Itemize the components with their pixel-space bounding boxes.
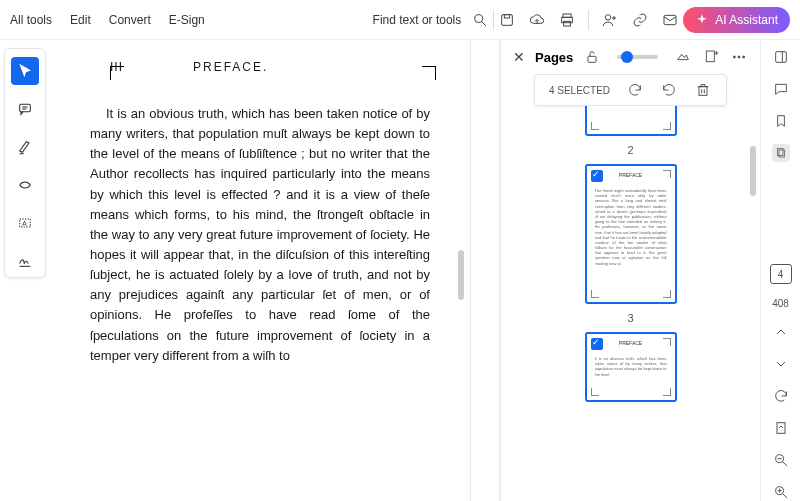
rotate-icon[interactable] bbox=[772, 387, 790, 405]
svg-rect-18 bbox=[588, 56, 596, 62]
thumbnail-zoom-slider[interactable] bbox=[617, 55, 658, 59]
svg-rect-6 bbox=[564, 21, 571, 26]
selection-toolbar: 4 SELECTED bbox=[534, 74, 727, 106]
svg-rect-31 bbox=[779, 150, 785, 157]
erase-tool[interactable] bbox=[11, 171, 39, 199]
topbar: All tools Edit Convert E-Sign Find text … bbox=[0, 0, 800, 40]
document-viewer[interactable]: III PREFACE. It is an obvious truth, whi… bbox=[50, 40, 470, 501]
right-rail: 4 408 bbox=[760, 40, 800, 501]
highlight-tool[interactable] bbox=[11, 133, 39, 161]
pages-panel: ✕ Pages 4 SELECTED be it reasoned to put… bbox=[500, 40, 760, 501]
page-total: 408 bbox=[772, 298, 789, 309]
chevron-up-icon[interactable] bbox=[772, 323, 790, 341]
pages-panel-header: ✕ Pages bbox=[501, 40, 760, 74]
svg-rect-28 bbox=[775, 52, 786, 63]
zoom-out-alt-icon[interactable] bbox=[674, 48, 692, 66]
svg-rect-30 bbox=[777, 149, 783, 156]
print-icon[interactable] bbox=[558, 11, 576, 29]
doc-body-text: It is an obvious truth, which has been t… bbox=[84, 104, 436, 366]
trash-icon[interactable] bbox=[694, 81, 712, 99]
more-icon[interactable] bbox=[730, 48, 748, 66]
svg-rect-25 bbox=[699, 87, 707, 96]
fit-page-icon[interactable] bbox=[772, 419, 790, 437]
comment-tool[interactable] bbox=[11, 95, 39, 123]
close-icon[interactable]: ✕ bbox=[513, 49, 525, 65]
thumbs-scrollbar[interactable] bbox=[750, 146, 756, 196]
gutter bbox=[470, 40, 500, 501]
checkbox-checked-icon[interactable] bbox=[591, 338, 603, 350]
left-toolbar: A bbox=[4, 48, 46, 278]
svg-rect-11 bbox=[20, 104, 31, 111]
svg-point-24 bbox=[743, 56, 745, 58]
share-user-icon[interactable] bbox=[601, 11, 619, 29]
svg-point-7 bbox=[606, 14, 611, 19]
ai-assistant-button[interactable]: AI Assistant bbox=[683, 7, 790, 33]
sign-tool[interactable] bbox=[11, 247, 39, 275]
svg-rect-3 bbox=[505, 14, 510, 17]
textbox-tool[interactable]: A bbox=[11, 209, 39, 237]
crop-mark-tr bbox=[422, 66, 436, 80]
menu-all-tools[interactable]: All tools bbox=[10, 13, 52, 27]
svg-point-23 bbox=[738, 56, 740, 58]
rotate-cw-icon[interactable] bbox=[626, 81, 644, 99]
svg-line-39 bbox=[783, 494, 787, 498]
svg-rect-19 bbox=[706, 51, 714, 62]
selected-count-label: 4 SELECTED bbox=[549, 85, 610, 96]
checkbox-checked-icon[interactable] bbox=[591, 170, 603, 182]
find-label[interactable]: Find text or tools bbox=[373, 13, 462, 27]
top-menus: All tools Edit Convert E-Sign bbox=[10, 13, 205, 27]
panel-toggle-icon[interactable] bbox=[772, 48, 790, 66]
lock-open-icon[interactable] bbox=[583, 48, 601, 66]
rotate-ccw-icon[interactable] bbox=[660, 81, 678, 99]
menu-edit[interactable]: Edit bbox=[70, 13, 91, 27]
svg-rect-10 bbox=[664, 15, 676, 24]
zoom-out-icon[interactable] bbox=[772, 451, 790, 469]
page-number-2: 2 bbox=[627, 144, 633, 156]
cloud-upload-icon[interactable] bbox=[528, 11, 546, 29]
thumbnails: be it reasoned to put the thoughts in vo… bbox=[501, 106, 760, 501]
ai-assistant-label: AI Assistant bbox=[715, 13, 778, 27]
save-icon[interactable] bbox=[498, 11, 516, 29]
page-input[interactable]: 4 bbox=[770, 264, 792, 284]
search-icon[interactable] bbox=[471, 11, 489, 29]
page-number-3: 3 bbox=[627, 312, 633, 324]
insert-page-icon[interactable] bbox=[702, 48, 720, 66]
chat-icon[interactable] bbox=[772, 80, 790, 98]
mail-icon[interactable] bbox=[661, 11, 679, 29]
menu-esign[interactable]: E-Sign bbox=[169, 13, 205, 27]
bookmark-icon[interactable] bbox=[772, 112, 790, 130]
page-thumb-2[interactable]: be it reasoned to put the thoughts in vo… bbox=[585, 106, 677, 136]
menu-convert[interactable]: Convert bbox=[109, 13, 151, 27]
svg-line-1 bbox=[482, 22, 486, 26]
svg-rect-32 bbox=[777, 423, 785, 434]
zoom-in-icon[interactable] bbox=[772, 483, 790, 501]
workarea: A III PREFACE. It is an obvious truth, w… bbox=[0, 40, 800, 501]
select-tool[interactable] bbox=[11, 57, 39, 85]
pages-icon[interactable] bbox=[772, 144, 790, 162]
page-thumb-4[interactable]: PREFACE It is an obvious truth, which ha… bbox=[585, 332, 677, 402]
doc-section: PREFACE. bbox=[193, 60, 268, 74]
svg-line-35 bbox=[783, 462, 787, 466]
pages-panel-title: Pages bbox=[535, 50, 573, 65]
svg-point-0 bbox=[475, 14, 483, 22]
link-icon[interactable] bbox=[631, 11, 649, 29]
doc-scrollbar[interactable] bbox=[458, 250, 464, 300]
svg-text:A: A bbox=[22, 220, 27, 227]
chevron-down-icon[interactable] bbox=[772, 355, 790, 373]
svg-rect-2 bbox=[502, 14, 513, 25]
page-thumb-3[interactable]: PREFACE The friend might undoubtedly hav… bbox=[585, 164, 677, 304]
svg-point-22 bbox=[733, 56, 735, 58]
doc-header: III PREFACE. bbox=[84, 60, 436, 74]
top-icons bbox=[498, 10, 679, 30]
crop-mark-tl bbox=[110, 66, 124, 80]
